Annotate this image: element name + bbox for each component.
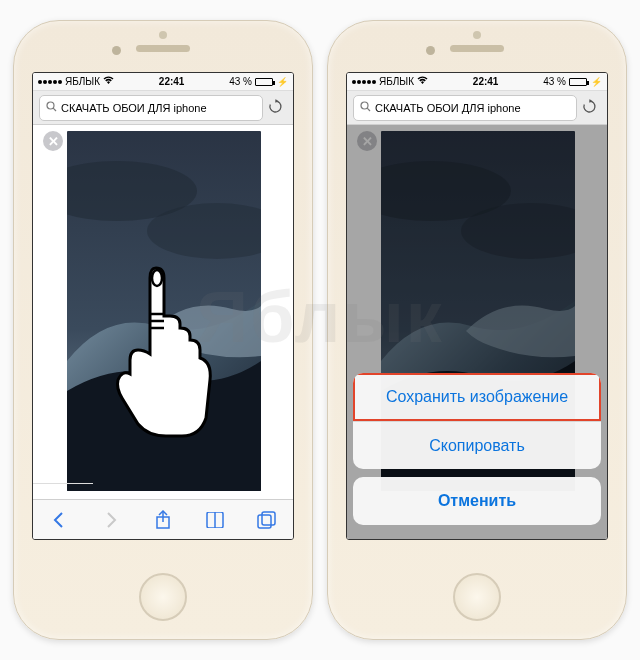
svg-rect-11 <box>258 515 271 528</box>
search-bar: СКАЧАТЬ ОБОИ ДЛЯ iphone <box>33 91 293 125</box>
action-sheet: Сохранить изображение Скопировать Отмени… <box>353 373 601 533</box>
save-image-button[interactable]: Сохранить изображение <box>353 373 601 421</box>
share-button[interactable] <box>151 508 175 532</box>
battery-icon <box>255 78 273 86</box>
clock-label: 22:41 <box>473 76 499 87</box>
search-input[interactable]: СКАЧАТЬ ОБОИ ДЛЯ iphone <box>353 95 577 121</box>
search-icon <box>360 101 371 114</box>
earpiece <box>136 45 190 52</box>
close-icon[interactable]: ✕ <box>43 131 63 151</box>
safari-toolbar <box>33 499 293 539</box>
back-button[interactable] <box>47 508 71 532</box>
svg-line-14 <box>367 108 370 111</box>
sensor-dot <box>159 31 167 39</box>
status-bar: ЯБЛЫК 22:41 43 % ⚡ <box>33 73 293 91</box>
cancel-button[interactable]: Отменить <box>353 477 601 525</box>
svg-point-0 <box>47 102 54 109</box>
home-button[interactable] <box>453 573 501 621</box>
front-camera <box>112 46 121 55</box>
copy-button[interactable]: Скопировать <box>353 421 601 469</box>
wifi-icon <box>417 76 428 87</box>
search-bar: СКАЧАТЬ ОБОИ ДЛЯ iphone <box>347 91 607 125</box>
charging-icon: ⚡ <box>277 77 288 87</box>
carrier-label: ЯБЛЫК <box>379 76 414 87</box>
battery-percent-label: 43 % <box>229 76 252 87</box>
refresh-button[interactable] <box>577 99 601 117</box>
wifi-icon <box>103 76 114 87</box>
search-query-text: СКАЧАТЬ ОБОИ ДЛЯ iphone <box>375 102 521 114</box>
battery-percent-label: 43 % <box>543 76 566 87</box>
signal-dots-icon <box>352 80 376 84</box>
search-icon <box>46 101 57 114</box>
signal-dots-icon <box>38 80 62 84</box>
browser-content[interactable]: ✕ <box>33 125 293 499</box>
browser-content: ✕ <box>347 125 607 539</box>
svg-point-13 <box>361 102 368 109</box>
carrier-label: ЯБЛЫК <box>65 76 100 87</box>
sensor-dot <box>473 31 481 39</box>
forward-button[interactable] <box>99 508 123 532</box>
refresh-button[interactable] <box>263 99 287 117</box>
home-button[interactable] <box>139 573 187 621</box>
phone-right: ЯБЛЫК 22:41 43 % ⚡ СКАЧАТЬ ОБОИ ДЛЯ ipho… <box>327 20 627 640</box>
clock-label: 22:41 <box>159 76 185 87</box>
screen-left: ЯБЛЫК 22:41 43 % ⚡ СКАЧАТЬ ОБОИ ДЛЯ ipho… <box>32 72 294 540</box>
svg-rect-12 <box>262 512 275 525</box>
battery-icon <box>569 78 587 86</box>
status-bar: ЯБЛЫК 22:41 43 % ⚡ <box>347 73 607 91</box>
bookmarks-button[interactable] <box>203 508 227 532</box>
page-footer-strip <box>33 483 93 499</box>
charging-icon: ⚡ <box>591 77 602 87</box>
svg-line-1 <box>53 108 56 111</box>
earpiece <box>450 45 504 52</box>
phone-left: ЯБЛЫК 22:41 43 % ⚡ СКАЧАТЬ ОБОИ ДЛЯ ipho… <box>13 20 313 640</box>
search-input[interactable]: СКАЧАТЬ ОБОИ ДЛЯ iphone <box>39 95 263 121</box>
tabs-button[interactable] <box>255 508 279 532</box>
tap-and-hold-gesture-icon <box>108 258 218 438</box>
screen-right: ЯБЛЫК 22:41 43 % ⚡ СКАЧАТЬ ОБОИ ДЛЯ ipho… <box>346 72 608 540</box>
search-query-text: СКАЧАТЬ ОБОИ ДЛЯ iphone <box>61 102 207 114</box>
front-camera <box>426 46 435 55</box>
